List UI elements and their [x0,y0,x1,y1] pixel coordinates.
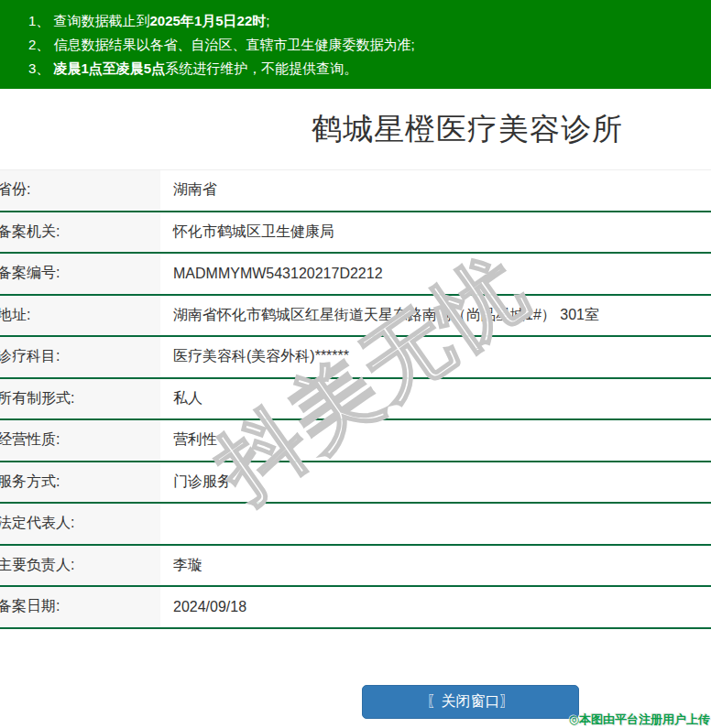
notice-3-text: 3、 [28,60,54,76]
row-value [160,504,711,544]
row-label: 所有制形式: [0,379,160,419]
notice-1-tail: ; [266,13,269,28]
table-row-filing-authority: 备案机关: 怀化市鹤城区卫生健康局 [0,212,711,255]
table-row-province: 省份: 湖南省 [0,170,711,212]
row-value: 医疗美容科(美容外科)****** [160,337,711,377]
notice-3-tail: 系统进行维护，不能提供查询。 [165,60,357,76]
row-value: 营利性 [160,420,711,461]
notice-2-text: 2、 信息数据结果以各省、自治区、直辖市卫生健康委数据为准; [28,37,415,52]
row-value: 李璇 [160,546,711,586]
upload-credit-watermark: ◎本图由平台注册用户上传 [569,712,710,728]
row-label: 省份: [0,170,160,211]
row-label: 备案机关: [0,212,160,253]
row-label: 诊疗科目: [0,337,160,377]
notice-line-2: 2、 信息数据结果以各省、自治区、直辖市卫生健康委数据为准; [28,33,702,57]
table-row-business-nature: 经营性质: 营利性 [0,420,711,462]
page-title: 鹤城星橙医疗美容诊所 [257,109,678,150]
row-label: 备案日期: [0,587,160,627]
row-value: MADMMYMW543120217D2212 [160,254,711,294]
notice-line-3: 3、 凌晨1点至凌晨5点系统进行维护，不能提供查询。 [28,57,702,81]
notice-1-text: 1、 查询数据截止到 [28,13,150,28]
row-value: 2024/09/18 [160,587,711,627]
row-value: 怀化市鹤城区卫生健康局 [160,212,711,253]
table-row-filing-date: 备案日期: 2024/09/18 [0,587,711,629]
row-label: 法定代表人: [0,504,160,544]
row-label: 地址: [0,296,160,336]
row-value: 门诊服务 [160,462,711,503]
table-row-person-in-charge: 主要负责人: 李璇 [0,546,711,588]
notice-3-bold: 凌晨1点至凌晨5点 [54,60,166,76]
row-label: 服务方式: [0,462,160,503]
table-row-address: 地址: 湖南省怀化市鹤城区红星街道天星东路南侧（尚品星城1#） 301室 [0,296,711,338]
page: 1、 查询数据截止到2025年1月5日22时; 2、 信息数据结果以各省、自治区… [0,0,711,728]
row-value: 湖南省 [160,170,711,211]
row-value: 私人 [160,379,711,419]
notice-1-bold: 2025年1月5日22时 [150,13,267,28]
table-row-legal-representative: 法定代表人: [0,504,711,546]
close-window-button[interactable]: 〖关闭窗口〗 [362,685,579,719]
row-label: 经营性质: [0,420,160,461]
notice-bar: 1、 查询数据截止到2025年1月5日22时; 2、 信息数据结果以各省、自治区… [0,0,711,89]
table-row-treatment-subjects: 诊疗科目: 医疗美容科(美容外科)****** [0,337,711,379]
row-label: 备案编号: [0,254,160,294]
table-row-filing-number: 备案编号: MADMMYMW543120217D2212 [0,254,711,296]
info-table: 省份: 湖南省 备案机关: 怀化市鹤城区卫生健康局 备案编号: MADMMYMW… [0,169,711,629]
row-label: 主要负责人: [0,546,160,586]
table-row-ownership-form: 所有制形式: 私人 [0,379,711,421]
table-row-service-mode: 服务方式: 门诊服务 [0,462,711,505]
notice-line-1: 1、 查询数据截止到2025年1月5日22时; [28,9,702,33]
row-value: 湖南省怀化市鹤城区红星街道天星东路南侧（尚品星城1#） 301室 [160,296,711,336]
